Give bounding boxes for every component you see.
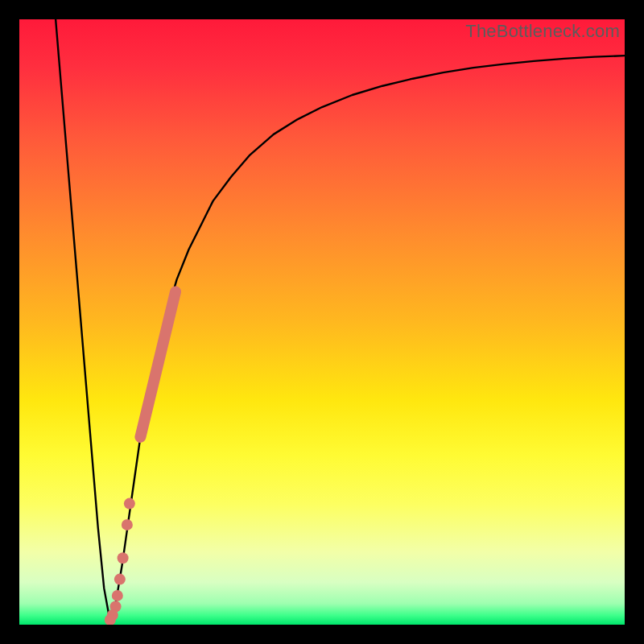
watermark-text: TheBottleneck.com xyxy=(465,21,620,42)
highlight-dot xyxy=(124,498,135,510)
gradient-background xyxy=(19,19,625,625)
highlight-dot xyxy=(118,552,129,564)
highlight-dot xyxy=(112,590,123,601)
highlight-dot xyxy=(114,574,126,585)
bottleneck-chart xyxy=(19,19,625,625)
highlight-dot xyxy=(122,519,133,530)
chart-frame: TheBottleneck.com xyxy=(19,19,625,625)
